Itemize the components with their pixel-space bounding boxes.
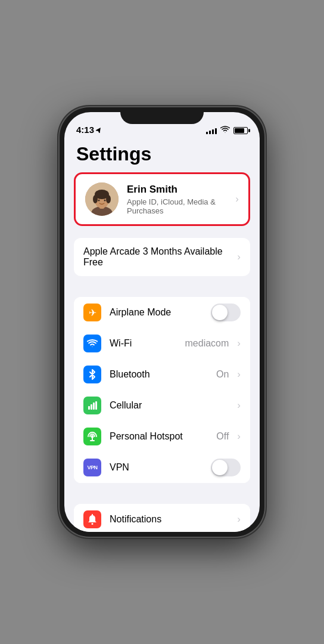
vpn-row[interactable]: VPN VPN	[74, 452, 250, 483]
wifi-icon	[83, 335, 101, 352]
page-title: Settings	[64, 138, 260, 172]
svg-point-8	[104, 200, 106, 202]
screen: 4:13	[64, 112, 260, 532]
svg-point-6	[106, 195, 111, 203]
vpn-icon: VPN	[83, 459, 101, 476]
profile-subtitle: Apple ID, iCloud, Media & Purchases	[127, 197, 230, 215]
hotspot-value: Off	[216, 431, 229, 442]
svg-rect-11	[93, 402, 95, 410]
battery-icon	[233, 127, 248, 134]
airplane-mode-icon: ✈	[83, 304, 101, 321]
cellular-row[interactable]: Cellular ›	[74, 390, 250, 421]
bluetooth-label: Bluetooth	[110, 369, 216, 380]
svg-rect-12	[95, 401, 97, 410]
svg-point-7	[98, 200, 100, 202]
airplane-mode-toggle[interactable]	[211, 304, 241, 321]
bluetooth-icon	[83, 366, 101, 383]
wifi-chevron: ›	[237, 338, 241, 349]
bluetooth-row[interactable]: Bluetooth On ›	[74, 359, 250, 390]
signal-bar-1	[206, 132, 208, 134]
wifi-value: mediacom	[185, 338, 229, 349]
profile-chevron: ›	[235, 193, 239, 205]
hotspot-label: Personal Hotspot	[110, 431, 216, 442]
svg-point-13	[91, 435, 94, 438]
bluetooth-chevron: ›	[237, 369, 241, 380]
hotspot-icon	[83, 428, 101, 445]
profile-name: Erin Smith	[127, 184, 230, 196]
notch	[120, 107, 204, 124]
airplane-mode-label: Airplane Mode	[110, 307, 211, 318]
status-icons	[206, 126, 248, 135]
svg-rect-10	[91, 404, 92, 410]
notifications-label: Notifications	[110, 514, 232, 525]
system-settings-group: Notifications › Sounds & Haptics ›	[74, 504, 250, 532]
notifications-chevron: ›	[237, 513, 241, 525]
cellular-chevron: ›	[237, 400, 241, 411]
svg-point-16	[92, 523, 94, 525]
avatar	[85, 182, 119, 216]
signal-bar-4	[215, 128, 217, 134]
settings-content[interactable]: Settings	[64, 138, 260, 532]
arcade-label: Apple Arcade 3 Months Available Free	[83, 246, 232, 268]
svg-rect-9	[88, 406, 90, 410]
cellular-icon	[83, 397, 101, 414]
wifi-row[interactable]: Wi-Fi mediacom ›	[74, 328, 250, 359]
signal-bar-3	[212, 129, 214, 134]
vpn-toggle[interactable]	[211, 459, 241, 476]
notifications-icon	[83, 510, 101, 528]
hotspot-row[interactable]: Personal Hotspot Off ›	[74, 421, 250, 452]
notifications-row[interactable]: Notifications ›	[74, 504, 250, 532]
bluetooth-value: On	[216, 369, 229, 380]
network-settings-group: ✈ Airplane Mode	[74, 297, 250, 483]
wifi-label: Wi-Fi	[110, 338, 185, 349]
phone-frame: 4:13	[60, 107, 264, 537]
section-gap-2	[64, 483, 260, 504]
status-time: 4:13	[76, 125, 102, 135]
time-display: 4:13	[76, 125, 94, 135]
vpn-label: VPN	[110, 462, 211, 473]
profile-info: Erin Smith Apple ID, iCloud, Media & Pur…	[127, 184, 230, 215]
cellular-label: Cellular	[110, 400, 232, 411]
profile-card[interactable]: Erin Smith Apple ID, iCloud, Media & Pur…	[74, 172, 250, 226]
location-arrow-icon	[96, 127, 102, 133]
airplane-mode-row[interactable]: ✈ Airplane Mode	[74, 297, 250, 328]
signal-bar-2	[209, 131, 211, 134]
section-gap-1	[64, 276, 260, 297]
svg-point-5	[93, 195, 98, 203]
hotspot-chevron: ›	[237, 431, 241, 442]
arcade-chevron: ›	[237, 251, 241, 263]
wifi-status-icon	[220, 126, 230, 135]
signal-bars	[206, 127, 217, 134]
arcade-row[interactable]: Apple Arcade 3 Months Available Free ›	[74, 238, 250, 276]
